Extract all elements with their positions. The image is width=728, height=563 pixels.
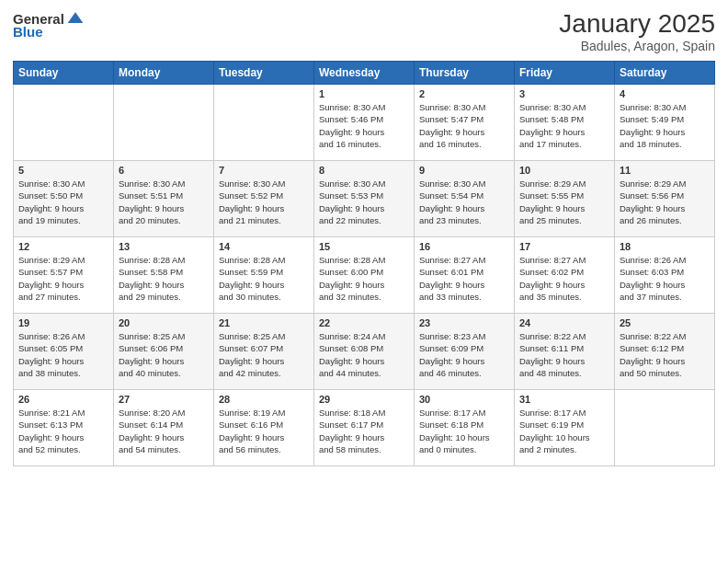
calendar-cell: 29Sunrise: 8:18 AM Sunset: 6:17 PM Dayli… — [314, 390, 415, 466]
day-number: 17 — [519, 241, 609, 252]
cell-info: Sunrise: 8:26 AM Sunset: 6:03 PM Dayligh… — [620, 254, 710, 303]
day-number: 25 — [620, 317, 710, 328]
header-wednesday: Wednesday — [314, 62, 415, 85]
cell-info: Sunrise: 8:30 AM Sunset: 5:46 PM Dayligh… — [319, 101, 409, 150]
week-row-0: 1Sunrise: 8:30 AM Sunset: 5:46 PM Daylig… — [14, 85, 715, 161]
day-number: 30 — [419, 394, 509, 405]
day-number: 28 — [219, 394, 309, 405]
day-number: 5 — [18, 165, 108, 176]
cell-info: Sunrise: 8:17 AM Sunset: 6:19 PM Dayligh… — [519, 407, 609, 455]
week-row-4: 26Sunrise: 8:21 AM Sunset: 6:13 PM Dayli… — [14, 390, 715, 466]
calendar-cell: 20Sunrise: 8:25 AM Sunset: 6:06 PM Dayli… — [114, 314, 214, 390]
cell-info: Sunrise: 8:28 AM Sunset: 5:59 PM Dayligh… — [219, 254, 309, 303]
header-monday: Monday — [114, 62, 214, 85]
day-number: 8 — [319, 165, 409, 176]
cell-info: Sunrise: 8:22 AM Sunset: 6:11 PM Dayligh… — [519, 330, 609, 379]
header-saturday: Saturday — [615, 62, 715, 85]
day-number: 2 — [419, 88, 509, 99]
cell-info: Sunrise: 8:23 AM Sunset: 6:09 PM Dayligh… — [419, 330, 509, 379]
calendar-cell: 22Sunrise: 8:24 AM Sunset: 6:08 PM Dayli… — [314, 314, 415, 390]
calendar-cell: 9Sunrise: 8:30 AM Sunset: 5:54 PM Daylig… — [415, 161, 515, 237]
day-number: 16 — [419, 241, 509, 252]
logo-blue: Blue — [13, 24, 43, 40]
calendar-cell: 12Sunrise: 8:29 AM Sunset: 5:57 PM Dayli… — [14, 237, 114, 314]
cell-info: Sunrise: 8:29 AM Sunset: 5:57 PM Dayligh… — [18, 254, 108, 303]
cell-info: Sunrise: 8:25 AM Sunset: 6:07 PM Dayligh… — [219, 330, 309, 379]
day-number: 31 — [519, 394, 609, 405]
day-number: 15 — [319, 241, 409, 252]
title-block: January 2025 Badules, Aragon, Spain — [559, 9, 715, 53]
cell-info: Sunrise: 8:29 AM Sunset: 5:56 PM Dayligh… — [620, 178, 710, 226]
cell-info: Sunrise: 8:24 AM Sunset: 6:08 PM Dayligh… — [319, 330, 409, 379]
cell-info: Sunrise: 8:27 AM Sunset: 6:02 PM Dayligh… — [519, 254, 609, 303]
calendar-cell: 25Sunrise: 8:22 AM Sunset: 6:12 PM Dayli… — [615, 314, 715, 390]
calendar-cell: 31Sunrise: 8:17 AM Sunset: 6:19 PM Dayli… — [515, 390, 615, 466]
week-row-1: 5Sunrise: 8:30 AM Sunset: 5:50 PM Daylig… — [14, 161, 715, 237]
logo-icon — [66, 9, 85, 28]
calendar-cell: 24Sunrise: 8:22 AM Sunset: 6:11 PM Dayli… — [515, 314, 615, 390]
calendar-cell: 1Sunrise: 8:30 AM Sunset: 5:46 PM Daylig… — [314, 85, 415, 161]
cell-info: Sunrise: 8:17 AM Sunset: 6:18 PM Dayligh… — [419, 407, 509, 455]
calendar-cell: 27Sunrise: 8:20 AM Sunset: 6:14 PM Dayli… — [114, 390, 214, 466]
location-title: Badules, Aragon, Spain — [559, 39, 715, 53]
week-row-3: 19Sunrise: 8:26 AM Sunset: 6:05 PM Dayli… — [14, 314, 715, 390]
month-title: January 2025 — [559, 9, 715, 39]
calendar-cell: 2Sunrise: 8:30 AM Sunset: 5:47 PM Daylig… — [415, 85, 515, 161]
week-row-2: 12Sunrise: 8:29 AM Sunset: 5:57 PM Dayli… — [14, 237, 715, 314]
calendar-cell: 14Sunrise: 8:28 AM Sunset: 5:59 PM Dayli… — [214, 237, 314, 314]
calendar-cell: 26Sunrise: 8:21 AM Sunset: 6:13 PM Dayli… — [14, 390, 114, 466]
cell-info: Sunrise: 8:22 AM Sunset: 6:12 PM Dayligh… — [620, 330, 710, 379]
header-friday: Friday — [515, 62, 615, 85]
calendar-cell — [114, 85, 214, 161]
header-tuesday: Tuesday — [214, 62, 314, 85]
day-number: 13 — [119, 241, 209, 252]
header-thursday: Thursday — [415, 62, 515, 85]
weekday-header-row: Sunday Monday Tuesday Wednesday Thursday… — [14, 62, 715, 85]
cell-info: Sunrise: 8:21 AM Sunset: 6:13 PM Dayligh… — [18, 407, 108, 455]
calendar-cell: 18Sunrise: 8:26 AM Sunset: 6:03 PM Dayli… — [615, 237, 715, 314]
calendar-cell: 6Sunrise: 8:30 AM Sunset: 5:51 PM Daylig… — [114, 161, 214, 237]
day-number: 6 — [119, 165, 209, 176]
cell-info: Sunrise: 8:30 AM Sunset: 5:54 PM Dayligh… — [419, 178, 509, 226]
day-number: 4 — [620, 88, 710, 99]
day-number: 12 — [18, 241, 108, 252]
calendar-cell: 13Sunrise: 8:28 AM Sunset: 5:58 PM Dayli… — [114, 237, 214, 314]
cell-info: Sunrise: 8:30 AM Sunset: 5:51 PM Dayligh… — [119, 178, 209, 226]
cell-info: Sunrise: 8:28 AM Sunset: 6:00 PM Dayligh… — [319, 254, 409, 303]
cell-info: Sunrise: 8:19 AM Sunset: 6:16 PM Dayligh… — [219, 407, 309, 455]
calendar-cell: 3Sunrise: 8:30 AM Sunset: 5:48 PM Daylig… — [515, 85, 615, 161]
calendar-cell: 5Sunrise: 8:30 AM Sunset: 5:50 PM Daylig… — [14, 161, 114, 237]
calendar-cell: 19Sunrise: 8:26 AM Sunset: 6:05 PM Dayli… — [14, 314, 114, 390]
day-number: 22 — [319, 317, 409, 328]
calendar-cell: 10Sunrise: 8:29 AM Sunset: 5:55 PM Dayli… — [515, 161, 615, 237]
day-number: 24 — [519, 317, 609, 328]
header-sunday: Sunday — [14, 62, 114, 85]
page: General Blue January 2025 Badules, Arago… — [0, 0, 728, 563]
calendar-cell: 8Sunrise: 8:30 AM Sunset: 5:53 PM Daylig… — [314, 161, 415, 237]
cell-info: Sunrise: 8:25 AM Sunset: 6:06 PM Dayligh… — [119, 330, 209, 379]
svg-marker-0 — [68, 12, 84, 23]
day-number: 10 — [519, 165, 609, 176]
cell-info: Sunrise: 8:30 AM Sunset: 5:53 PM Dayligh… — [319, 178, 409, 226]
cell-info: Sunrise: 8:30 AM Sunset: 5:50 PM Dayligh… — [18, 178, 108, 226]
calendar-cell — [615, 390, 715, 466]
day-number: 14 — [219, 241, 309, 252]
day-number: 11 — [620, 165, 710, 176]
day-number: 19 — [18, 317, 108, 328]
calendar-cell: 23Sunrise: 8:23 AM Sunset: 6:09 PM Dayli… — [415, 314, 515, 390]
cell-info: Sunrise: 8:18 AM Sunset: 6:17 PM Dayligh… — [319, 407, 409, 455]
cell-info: Sunrise: 8:20 AM Sunset: 6:14 PM Dayligh… — [119, 407, 209, 455]
day-number: 20 — [119, 317, 209, 328]
calendar-cell: 4Sunrise: 8:30 AM Sunset: 5:49 PM Daylig… — [615, 85, 715, 161]
day-number: 7 — [219, 165, 309, 176]
calendar-cell: 30Sunrise: 8:17 AM Sunset: 6:18 PM Dayli… — [415, 390, 515, 466]
day-number: 3 — [519, 88, 609, 99]
calendar-cell: 16Sunrise: 8:27 AM Sunset: 6:01 PM Dayli… — [415, 237, 515, 314]
cell-info: Sunrise: 8:26 AM Sunset: 6:05 PM Dayligh… — [18, 330, 108, 379]
calendar-cell — [14, 85, 114, 161]
cell-info: Sunrise: 8:28 AM Sunset: 5:58 PM Dayligh… — [119, 254, 209, 303]
logo: General Blue — [13, 9, 85, 40]
cell-info: Sunrise: 8:30 AM Sunset: 5:49 PM Dayligh… — [620, 101, 710, 150]
cell-info: Sunrise: 8:30 AM Sunset: 5:47 PM Dayligh… — [419, 101, 509, 150]
cell-info: Sunrise: 8:27 AM Sunset: 6:01 PM Dayligh… — [419, 254, 509, 303]
